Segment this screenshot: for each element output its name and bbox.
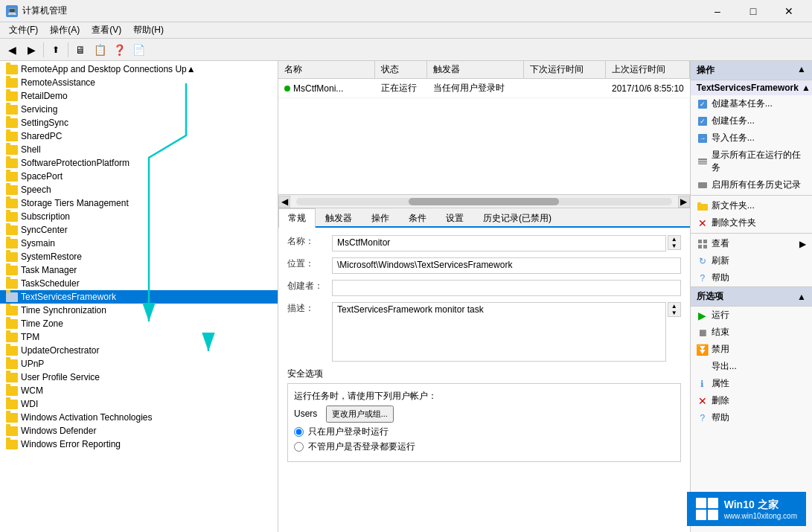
right-action-run[interactable]: ▶ 运行 — [691, 307, 812, 324]
toolbar-up[interactable]: ⬆ — [47, 41, 65, 59]
tree-item-userprofile[interactable]: User Profile Service — [0, 371, 278, 384]
menu-help[interactable]: 帮助(H) — [127, 22, 170, 38]
svg-rect-11 — [697, 202, 701, 205]
toolbar-back[interactable]: ◀ — [3, 41, 21, 59]
tree-item-taskscheduler[interactable]: TaskScheduler — [0, 277, 278, 290]
toolbar-sep-2 — [68, 42, 68, 57]
tab-actions[interactable]: 操作 — [362, 208, 399, 228]
task-list-scrollbar[interactable]: ◀ ▶ — [278, 195, 690, 208]
tree-item-settingsync[interactable]: SettingSync — [0, 116, 278, 129]
tree-item-speech[interactable]: Speech — [0, 183, 278, 196]
folder-icon — [6, 252, 18, 262]
tab-history[interactable]: 历史记录(已禁用) — [473, 208, 561, 228]
toolbar-properties[interactable]: 📋 — [91, 41, 109, 59]
tab-settings[interactable]: 设置 — [436, 208, 473, 228]
tab-triggers[interactable]: 触发器 — [316, 208, 362, 228]
tree-item-sysmain[interactable]: Sysmain — [0, 237, 278, 250]
menu-view[interactable]: 查看(V) — [86, 22, 127, 38]
scroll-left-btn[interactable]: ◀ — [278, 196, 290, 208]
right-action-delete[interactable]: ✕ 删除 — [691, 392, 812, 409]
col-header-lastrun[interactable]: 上次运行时间 — [606, 61, 690, 78]
right-top-title: 操作 ▲ — [691, 61, 812, 80]
tree-item-taskmanager[interactable]: Task Manager — [0, 263, 278, 277]
tree-item-textservices[interactable]: TextServicesFramework — [0, 290, 278, 304]
desc-scrollbar[interactable]: ▲ ▼ — [668, 302, 681, 317]
tree-item-windefender[interactable]: Windows Defender — [0, 424, 278, 438]
menu-action[interactable]: 操作(A) — [44, 22, 86, 38]
tree-item-sharedpc[interactable]: SharedPC — [0, 129, 278, 143]
tree-item-wcm[interactable]: WCM — [0, 384, 278, 397]
tab-conditions[interactable]: 条件 — [399, 208, 436, 228]
right-action-create-basic[interactable]: ✓ 创建基本任务... — [691, 95, 812, 112]
right-action-disable[interactable]: ⏬ 禁用 — [691, 341, 812, 358]
right-action-end[interactable]: ⏹ 结束 — [691, 324, 812, 341]
right-action-help-bottom[interactable]: ? 帮助 — [691, 409, 812, 426]
toolbar-show-hide[interactable]: 🖥 — [71, 41, 89, 59]
scroll-track[interactable] — [296, 198, 672, 205]
tree-item-synccenter[interactable]: SyncCenter — [0, 223, 278, 237]
delete-folder-icon: ✕ — [697, 217, 709, 229]
right-action-new-folder[interactable]: 新文件夹... — [691, 197, 812, 214]
toolbar-extra[interactable]: 📄 — [130, 41, 147, 59]
toolbar-help[interactable]: ❓ — [110, 41, 128, 59]
tree-item-remoteassistance[interactable]: RemoteAssistance — [0, 76, 278, 89]
security-section: 安全选项 运行任务时，请使用下列用户帐户： Users 更改用户或组... 只在… — [287, 368, 681, 462]
right-action-properties[interactable]: ℹ 属性 — [691, 375, 812, 392]
right-action-show-running[interactable]: 显示所有正在运行的任务 — [691, 147, 812, 176]
change-user-button[interactable]: 更改用户或组... — [326, 406, 394, 423]
tree-item-shell[interactable]: Shell — [0, 143, 278, 156]
tree-item-servicing[interactable]: Servicing — [0, 103, 278, 116]
name-scrollbar[interactable]: ▲ ▼ — [668, 235, 681, 250]
right-action-refresh[interactable]: ↻ 刷新 — [691, 252, 812, 269]
scroll-thumb[interactable] — [409, 198, 559, 205]
tree-item-storagetiers[interactable]: Storage Tiers Management — [0, 196, 278, 210]
tree-item-upnp[interactable]: UPnP — [0, 357, 278, 371]
right-action-help-top[interactable]: ? 帮助 — [691, 269, 812, 286]
tree-item-subscription[interactable]: Subscription — [0, 210, 278, 223]
tree-item-softwareprotection[interactable]: SoftwareProtectionPlatform — [0, 156, 278, 170]
radio-logged-on[interactable] — [294, 427, 304, 437]
col-header-nextrun[interactable]: 下次运行时间 — [524, 61, 606, 78]
tree-item-remoteapp[interactable]: RemoteApp and Desktop Connections Up▲ — [0, 63, 278, 76]
tree-item-timezone[interactable]: Time Zone — [0, 317, 278, 330]
disable-icon: ⏬ — [697, 344, 709, 356]
col-header-trigger[interactable]: 触发器 — [427, 61, 524, 78]
task-row[interactable]: MsCtfMoni... 正在运行 当任何用户登录时 2017/10/6 8:5… — [278, 79, 690, 98]
folder-icon — [6, 185, 18, 195]
name-value[interactable]: MsCtfMonitor — [332, 235, 666, 251]
right-action-enable-history[interactable]: 启用所有任务历史记录 — [691, 176, 812, 193]
right-action-view[interactable]: 查看 ▶ — [691, 235, 812, 252]
folder-icon — [6, 65, 18, 74]
tree-item-systemrestore[interactable]: SystemRestore — [0, 250, 278, 263]
desc-value[interactable]: TextServicesFramework monitor task — [332, 302, 666, 362]
left-tree-panel[interactable]: RemoteApp and Desktop Connections Up▲ Re… — [0, 61, 278, 532]
view-label: 查看 — [712, 237, 729, 250]
tree-item-timesync[interactable]: Time Synchronization — [0, 304, 278, 317]
right-action-import[interactable]: → 导入任务... — [691, 129, 812, 147]
maximize-button[interactable]: □ — [736, 0, 770, 22]
tree-item-retaildemo[interactable]: RetailDemo — [0, 89, 278, 103]
col-header-name[interactable]: 名称 — [278, 61, 375, 78]
tree-item-winerrorreporting[interactable]: Windows Error Reporting — [0, 438, 278, 451]
tree-item-wdi[interactable]: WDI — [0, 397, 278, 411]
minimize-button[interactable]: – — [700, 0, 735, 22]
close-button[interactable]: ✕ — [772, 0, 806, 22]
create-basic-icon: ✓ — [697, 98, 709, 110]
bottom-arrow-icon: ▲ — [797, 292, 806, 302]
col-header-status[interactable]: 状态 — [375, 61, 427, 78]
right-action-delete-folder[interactable]: ✕ 删除文件夹 — [691, 214, 812, 231]
tab-general[interactable]: 常规 — [278, 208, 316, 228]
tree-item-updateorchestrator[interactable]: UpdateOrchestrator — [0, 344, 278, 357]
radio-always[interactable] — [294, 442, 304, 452]
scroll-right-btn[interactable]: ▶ — [678, 196, 690, 208]
toolbar-forward[interactable]: ▶ — [22, 41, 40, 59]
tree-item-tpm[interactable]: TPM — [0, 330, 278, 344]
tree-item-spaceport[interactable]: SpacePort — [0, 170, 278, 183]
menu-file[interactable]: 文件(F) — [3, 22, 44, 38]
tree-label: RemoteAssistance — [21, 77, 95, 88]
right-action-export[interactable]: 导出... — [691, 358, 812, 375]
tree-label: Windows Defender — [21, 426, 96, 436]
tree-item-winactivation[interactable]: Windows Activation Technologies — [0, 411, 278, 424]
right-action-create-task[interactable]: ✓ 创建任务... — [691, 112, 812, 129]
view-icon — [697, 238, 709, 250]
